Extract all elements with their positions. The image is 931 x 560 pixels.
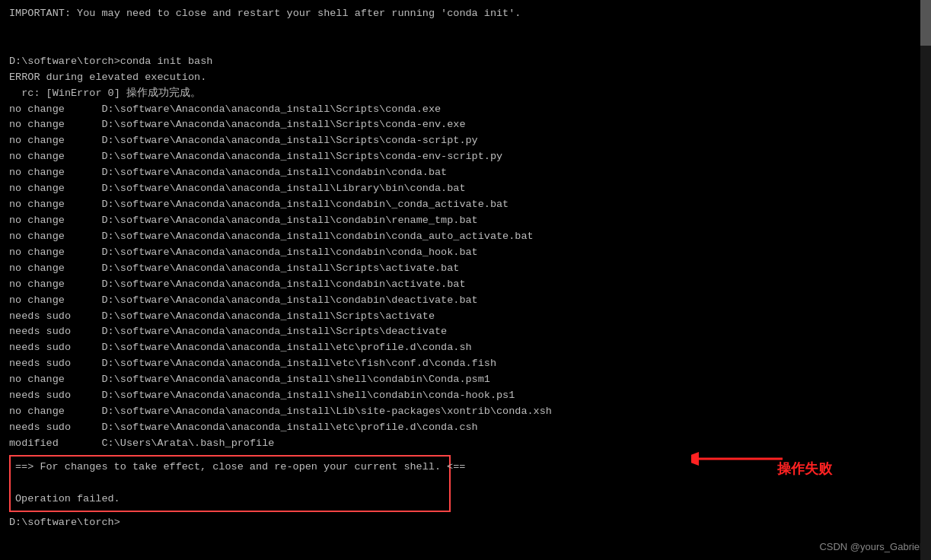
blank-line-2 [9, 38, 904, 54]
highlight-line-1: ==> For changes to take effect, close an… [15, 460, 445, 476]
ns-line-5: needs sudo D:\software\Anaconda\anaconda… [9, 388, 904, 404]
ns-line-1: needs sudo D:\software\Anaconda\anaconda… [9, 309, 904, 325]
error-line: ERROR during elevated execution. [9, 70, 904, 86]
highlight-box: ==> For changes to take effect, close an… [9, 455, 451, 512]
nc-line-8: no change D:\software\Anaconda\anaconda_… [9, 213, 904, 229]
red-arrow-icon [691, 440, 790, 478]
scrollbar-thumb[interactable] [920, 0, 931, 46]
nc-line-9: no change D:\software\Anaconda\anaconda_… [9, 229, 904, 245]
nc-line-7: no change D:\software\Anaconda\anaconda_… [9, 197, 904, 213]
prompt-line-2: D:\software\torch> [9, 515, 904, 531]
nc-line-5: no change D:\software\Anaconda\anaconda_… [9, 165, 904, 181]
nc-line-14: no change D:\software\Anaconda\anaconda_… [9, 372, 904, 388]
nc-line-6: no change D:\software\Anaconda\anaconda_… [9, 181, 904, 197]
scrollbar[interactable] [920, 0, 931, 560]
blank-line-1 [9, 22, 904, 38]
ns-line-2: needs sudo D:\software\Anaconda\anaconda… [9, 324, 904, 340]
rc-line: rc: [WinError 0] 操作成功完成。 [9, 86, 904, 102]
nc-line-3: no change D:\software\Anaconda\anaconda_… [9, 133, 904, 149]
nc-line-4: no change D:\software\Anaconda\anaconda_… [9, 149, 904, 165]
nc-line-10: no change D:\software\Anaconda\anaconda_… [9, 245, 904, 261]
csdn-watermark: CSDN @yours_Gabriel [819, 541, 922, 552]
nc-line-11: no change D:\software\Anaconda\anaconda_… [9, 261, 904, 277]
highlight-blank [15, 476, 445, 492]
nc-line-13: no change D:\software\Anaconda\anaconda_… [9, 293, 904, 309]
nc-line-2: no change D:\software\Anaconda\anaconda_… [9, 117, 904, 133]
ns-line-6: needs sudo D:\software\Anaconda\anaconda… [9, 420, 904, 436]
ns-line-4: needs sudo D:\software\Anaconda\anaconda… [9, 356, 904, 372]
ns-line-3: needs sudo D:\software\Anaconda\anaconda… [9, 340, 904, 356]
annotation-label: 操作失败 [777, 460, 832, 478]
nc-line-1: no change D:\software\Anaconda\anaconda_… [9, 102, 904, 118]
nc-line-15: no change D:\software\Anaconda\anaconda_… [9, 404, 904, 420]
nc-line-12: no change D:\software\Anaconda\anaconda_… [9, 277, 904, 293]
highlight-line-2: Operation failed. [15, 492, 445, 508]
important-line: IMPORTANT: You may need to close and res… [9, 6, 904, 22]
prompt-line-1: D:\software\torch>conda init bash [9, 54, 904, 70]
